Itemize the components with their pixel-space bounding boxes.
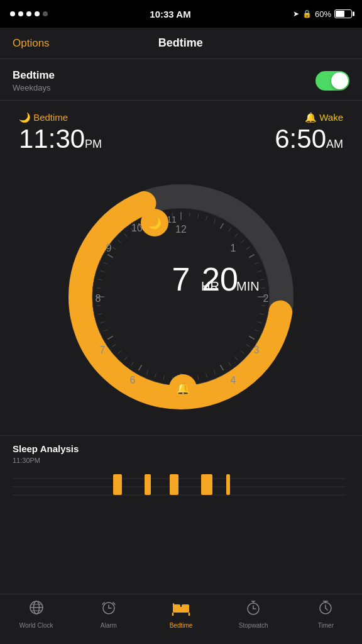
svg-text:6: 6: [130, 375, 136, 386]
tab-stopwatch[interactable]: Stopwatch: [217, 599, 290, 629]
svg-rect-105: [182, 604, 189, 608]
times-row: 🌙 Bedtime 11:30PM 🔔 Wake 6:50AM: [0, 101, 362, 158]
tab-timer[interactable]: Timer: [290, 599, 362, 629]
bell-icon: 🔔: [305, 112, 317, 123]
sleep-bars-svg: [13, 469, 346, 504]
tab-stopwatch-label: Stopwatch: [239, 622, 268, 629]
tab-bedtime-label: Bedtime: [170, 622, 193, 629]
wake-value: 6:50AM: [181, 126, 343, 152]
tab-bar: World Clock Alarm Bedtime: [0, 594, 362, 644]
wake-label: 🔔 Wake: [181, 112, 343, 123]
bedtime-toggle[interactable]: [315, 71, 349, 91]
svg-text:12: 12: [175, 224, 187, 235]
status-bar: 10:33 AM ➤ 🔒 60%: [0, 0, 362, 28]
location-icon: ➤: [293, 9, 299, 18]
svg-text:7: 7: [172, 261, 190, 297]
bedtime-block: 🌙 Bedtime 11:30PM: [19, 112, 181, 152]
tab-bedtime[interactable]: Bedtime: [145, 599, 217, 629]
svg-rect-91: [201, 474, 212, 495]
bedtime-title: Bedtime: [13, 69, 55, 82]
svg-rect-108: [173, 603, 174, 608]
tab-timer-label: Timer: [318, 622, 334, 629]
battery-icon: [334, 9, 352, 18]
sleep-bars: [13, 469, 349, 507]
clock-svg: 12 1 2 3 4 5 6 7 8 9 10 11 7 HR 20 MIN 🌙…: [62, 177, 300, 416]
tab-world-clock[interactable]: World Clock: [0, 599, 72, 629]
svg-text:9: 9: [106, 243, 112, 253]
battery-fill: [336, 11, 344, 17]
bedtime-subtitle: Weekdays: [13, 83, 55, 92]
lock-icon: 🔒: [302, 9, 312, 18]
svg-text:3: 3: [254, 345, 260, 355]
options-button[interactable]: Options: [13, 37, 50, 50]
svg-text:1: 1: [231, 243, 236, 253]
page-title: Bedtime: [158, 36, 203, 50]
svg-text:20: 20: [202, 261, 238, 297]
alarm-icon: [101, 599, 117, 619]
timer-icon: [317, 599, 334, 619]
clock-svg-wrapper: 12 1 2 3 4 5 6 7 8 9 10 11 7 HR 20 MIN 🌙…: [62, 177, 300, 416]
svg-text:🌙: 🌙: [148, 216, 162, 230]
svg-line-102: [113, 602, 115, 604]
sleep-analysis: Sleep Analysis 11:30PM: [0, 435, 362, 512]
svg-text:4: 4: [231, 375, 236, 386]
wake-block: 🔔 Wake 6:50AM: [181, 112, 343, 152]
bedtime-label-group: Bedtime Weekdays: [13, 69, 55, 92]
svg-rect-90: [170, 474, 178, 495]
svg-line-101: [102, 602, 104, 604]
bedtime-value: 11:30PM: [19, 126, 181, 152]
globe-icon: [28, 599, 45, 619]
svg-text:7: 7: [100, 345, 106, 355]
stopwatch-icon: [245, 599, 261, 619]
svg-rect-88: [113, 474, 122, 495]
battery-percent: 60%: [315, 9, 331, 19]
bed-icon: [172, 599, 190, 619]
toggle-knob: [331, 72, 348, 89]
svg-text:2: 2: [263, 293, 269, 304]
bedtime-label: 🌙 Bedtime: [19, 112, 181, 123]
svg-rect-89: [145, 474, 151, 495]
clock-container: 12 1 2 3 4 5 6 7 8 9 10 11 7 HR 20 MIN 🌙…: [0, 158, 362, 435]
svg-text:MIN: MIN: [236, 279, 260, 293]
tab-world-clock-label: World Clock: [19, 622, 53, 629]
status-right-icons: ➤ 🔒 60%: [293, 9, 352, 19]
sleep-analysis-title: Sleep Analysis: [13, 443, 349, 454]
svg-text:🔔: 🔔: [176, 382, 190, 396]
bedtime-header: Bedtime Weekdays: [0, 59, 362, 101]
tab-alarm[interactable]: Alarm: [72, 599, 145, 629]
sleep-analysis-time: 11:30PM: [13, 457, 349, 464]
signal-dots: [10, 11, 48, 16]
moon-icon: 🌙: [19, 112, 31, 123]
svg-line-116: [326, 608, 327, 610]
tab-alarm-label: Alarm: [101, 622, 117, 629]
svg-rect-92: [226, 474, 230, 495]
status-time: 10:33 AM: [150, 9, 190, 19]
nav-bar: Options Bedtime: [0, 28, 362, 59]
svg-text:8: 8: [96, 293, 101, 304]
